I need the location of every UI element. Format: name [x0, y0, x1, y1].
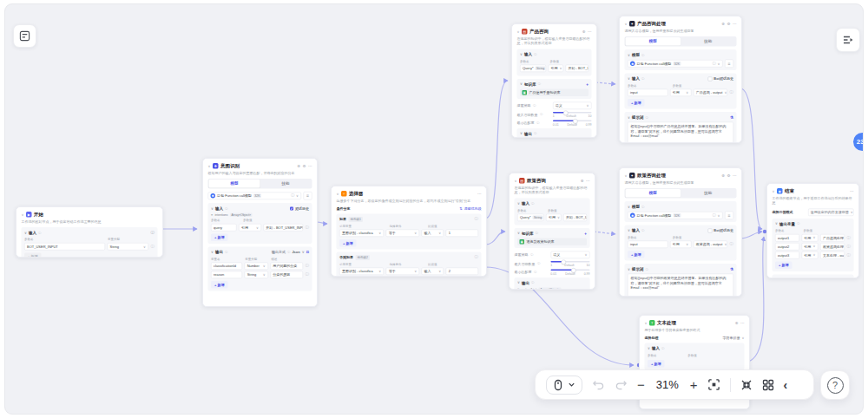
node-kb-policy[interactable]: ∨ ▤ 政策咨询 ⊕⋯ 在选定的知识中，根据输入变量召回最匹配的信息，并以列表形…	[509, 173, 595, 290]
add-param-button[interactable]: + 新增	[24, 253, 41, 258]
param-value-select[interactable]: 政策咨询处理 -∨	[820, 243, 845, 251]
token-count-badge[interactable]: 234	[853, 133, 864, 151]
param-mode-select[interactable]: 引用∨	[670, 89, 691, 97]
tab-model[interactable]: 模型	[209, 180, 260, 188]
prompt-textarea[interactable]: 根据{{input}}中召回的产品信息总结并答复。如果没有匹配的内容，请回复“对…	[628, 122, 733, 143]
search-strategy-select[interactable]: 语义∨	[550, 251, 589, 258]
prompt-optimize-icon[interactable]: ⚗	[730, 115, 733, 120]
max-recall-slider[interactable]: 1Default10	[550, 261, 589, 267]
model-config-button[interactable]: ≣	[304, 192, 312, 200]
param-name-input[interactable]: BOT_USER_INPUT	[24, 243, 105, 251]
condition-value-input[interactable]: 2	[446, 268, 478, 276]
max-recall-slider[interactable]: 1Default10	[553, 112, 592, 118]
param-value-select[interactable]: 产品咨询 - output∨	[694, 89, 727, 97]
param-name-input[interactable]: query	[211, 224, 236, 232]
model-config-button[interactable]: ≣	[725, 212, 733, 220]
add-param-button[interactable]: + 新增	[628, 251, 644, 258]
param-name-input[interactable]: output2	[775, 243, 799, 251]
settings-icon[interactable]: ⚙	[727, 22, 730, 26]
tab-skill[interactable]: 技能	[260, 180, 312, 188]
condition-mode-select[interactable]: 输入∨	[422, 268, 444, 276]
more-icon[interactable]: ⋯	[850, 189, 854, 193]
auto-layout-button[interactable]	[762, 379, 774, 391]
test-run-icon[interactable]: ⊕	[581, 179, 584, 183]
collapse-toolbar-button[interactable]: ‹	[784, 378, 788, 392]
notes-panel-button[interactable]	[13, 24, 36, 48]
more-icon[interactable]: ⋯	[308, 164, 312, 168]
param-mode-select[interactable]: 引用∨	[546, 213, 562, 221]
more-icon[interactable]: ⋯	[733, 173, 737, 178]
tab-model[interactable]: 模型	[626, 189, 681, 198]
output-name-input[interactable]: reason	[211, 271, 242, 279]
more-icon[interactable]: ⋯	[586, 179, 590, 183]
condition-value-input[interactable]: 1	[446, 230, 478, 238]
param-value-select[interactable]: 开始 - BOT_USER∨	[563, 213, 587, 221]
model-config-button[interactable]: ≣	[725, 60, 733, 69]
param-value-select[interactable]: 文本处理 - ou∨	[820, 251, 845, 259]
answer-mode-select[interactable]: 使用设定的内容直接回答∨	[808, 208, 854, 216]
help-button[interactable]: ?	[820, 370, 850, 400]
node-start[interactable]: ∨ ▶ 开始 工作流的起始节点，用于设定启动工作流需要的信息 ∨ 输入 ⓘ ⓘ …	[16, 206, 163, 258]
add-knowledge-icon[interactable]: +	[586, 82, 589, 87]
output-desc-input[interactable]: 用户问题的分类	[270, 263, 303, 271]
more-icon[interactable]: ⋯	[588, 29, 592, 34]
add-condition-button[interactable]: + 新增	[339, 239, 356, 247]
delete-branch-icon[interactable]: ⓘ	[475, 255, 479, 261]
history-checkbox[interactable]	[707, 76, 712, 81]
collapse-chevron-icon[interactable]: ∨	[208, 164, 211, 167]
more-icon[interactable]: ⋯	[477, 192, 482, 196]
zoom-level[interactable]: 31%	[654, 378, 681, 391]
param-value-select[interactable]: 开始 - BOT_USER_INPUT∨	[263, 224, 303, 232]
history-checkbox[interactable]	[707, 228, 712, 232]
model-select[interactable]: ✽豆包·Function call模型32K ⓘ∨	[628, 60, 723, 68]
param-mode-select[interactable]: 引用∨	[670, 241, 691, 249]
add-param-button[interactable]: + 新增	[628, 99, 644, 107]
node-llm-policy[interactable]: ∨ ✦ 政策咨询处理 ⊕⚙⋯ 调用大语言模型，使用变量和提示词生成回复 模型 技…	[619, 167, 742, 297]
param-name-input[interactable]: Query*String	[520, 64, 546, 72]
more-icon[interactable]: ⋯	[733, 22, 737, 26]
param-value-select[interactable]: 产品咨询处理 -∨	[820, 234, 845, 242]
condition-mode-select[interactable]: 输入∨	[422, 230, 444, 238]
more-icon[interactable]: ⋯	[740, 321, 745, 325]
prompt-optimize-icon[interactable]: ⚗	[730, 267, 733, 271]
param-name-input[interactable]: input	[628, 89, 667, 97]
drag-handle-icon[interactable]: ≡	[211, 213, 213, 217]
sort-priority-link[interactable]: 调整优先级	[464, 206, 482, 212]
tab-skill[interactable]: 技能	[681, 37, 736, 46]
process-mode-value[interactable]: 字符串拼接	[723, 336, 740, 341]
node-llm-product[interactable]: ∨ ✦ 产品咨询处理 ⊕⚙⋯ 调用大语言模型，使用变量和提示词生成回复 模型 技…	[619, 16, 742, 143]
test-run-icon[interactable]: ⊕	[721, 22, 725, 26]
output-desc-input[interactable]: 分类的原因	[270, 271, 303, 279]
add-param-button[interactable]: + 新增	[211, 234, 227, 242]
test-run-icon[interactable]: ⊕	[582, 29, 586, 34]
history-checkbox[interactable]: ✓	[290, 206, 293, 210]
node-intent[interactable]: ∨ ❖ 意图识别 ⊕ ⚙ ⋯ 根据用户的输入与设定的意图匹配，并路由到对应的分支…	[202, 158, 318, 307]
param-mode-select[interactable]: 引用∨	[801, 243, 818, 251]
add-knowledge-icon[interactable]: +	[584, 232, 587, 236]
condition-op-select[interactable]: 等于∨	[386, 230, 419, 238]
condition-op-select[interactable]: 等于∨	[386, 268, 419, 276]
tab-skill[interactable]: 技能	[681, 189, 736, 198]
param-mode-select[interactable]: 引用∨	[801, 234, 818, 242]
condition-ref-select[interactable]: 意图识别 - classifica∨	[339, 230, 384, 238]
knowledge-item[interactable]: ▣ 产品使用手册知识库	[520, 88, 589, 96]
output-name-input[interactable]: classificationId	[211, 263, 242, 271]
test-run-icon[interactable]: ⊕	[721, 173, 725, 178]
test-run-icon[interactable]: ⊕	[735, 321, 739, 325]
param-type-select[interactable]: String∨	[108, 243, 149, 251]
prompt-textarea[interactable]: 根据{{input}}中召回的政策信息总结并答复。如果没有匹配的内容，请回复“对…	[628, 274, 733, 297]
param-mode-select[interactable]: 引用∨	[801, 251, 818, 259]
tab-model[interactable]: 模型	[626, 37, 681, 46]
collapse-nodes-button[interactable]	[740, 379, 753, 391]
pointer-mode-select[interactable]	[546, 376, 582, 395]
model-select[interactable]: ✽豆包·Function call模型32K ⓘ∨	[208, 193, 302, 200]
section-chevron-icon[interactable]: ∨	[24, 231, 27, 234]
collapse-chevron-icon[interactable]: ∨	[22, 212, 24, 216]
redo-button[interactable]	[615, 379, 628, 390]
param-mode-select[interactable]: 引用∨	[239, 224, 261, 232]
output-type-select[interactable]: Number∨	[245, 263, 268, 271]
node-end[interactable]: ∨ ◉ 结束 ⋯ 工作流的最终节点，用于返回工作流运行后的结果信息 选择回答模式…	[766, 183, 859, 278]
param-value-select[interactable]: 政策咨询 - output∨	[694, 241, 727, 249]
output-type-select[interactable]: String∨	[245, 271, 268, 279]
fit-view-button[interactable]	[707, 378, 720, 391]
